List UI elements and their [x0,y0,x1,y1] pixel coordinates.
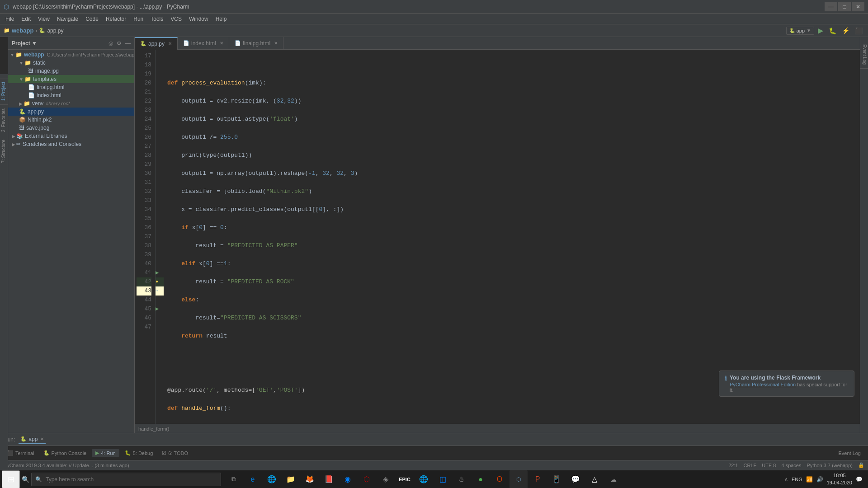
navbar-file[interactable]: app.py [47,28,63,34]
search-button[interactable]: 🔍 [20,474,31,485]
edge-icon[interactable]: e [244,470,262,488]
settings-icon[interactable]: ⚙ [117,40,122,47]
tree-item-scratches[interactable]: ▶ ✏ Scratches and Consoles [8,140,134,148]
minimize-panel-icon[interactable]: — [125,40,131,47]
run-button[interactable]: ▶ [816,25,825,36]
taskview-button[interactable]: ⧉ [225,470,243,488]
line-ending[interactable]: CRLF [744,463,757,468]
stop-button[interactable]: ⬛ [853,26,864,35]
tree-item-app-py[interactable]: 🐍 app.py [8,108,134,116]
firefox-icon[interactable]: 🦊 [301,470,319,488]
pycharm-icon[interactable]: ⬡ [509,470,528,488]
project-panel-icons[interactable]: ◎ ⚙ — [108,40,131,47]
window-controls[interactable]: — □ ✕ [825,2,864,11]
menu-help[interactable]: Help [212,15,231,23]
notification-icon[interactable]: 💬 [856,476,863,483]
code-line: else: [167,296,856,305]
right-panel-tab[interactable]: Event Log [860,41,868,69]
maximize-button[interactable]: □ [838,2,851,11]
favorites-panel-tab[interactable]: 2: Favorites [0,104,8,136]
menu-view[interactable]: View [34,15,53,23]
tab-close-icon[interactable]: ✕ [168,41,172,46]
search-box[interactable]: 🔍 [31,473,221,486]
app8-icon[interactable]: ◈ [377,470,395,488]
menu-code[interactable]: Code [82,15,102,23]
app6-icon[interactable]: ◉ [339,470,357,488]
folder-icon-taskbar[interactable]: 📁 [282,470,300,488]
tree-item-finalpg-html[interactable]: 📄 finalpg.html [8,83,134,91]
tree-item-nithin-pk2[interactable]: 📦 Nithin.pk2 [8,116,134,124]
locate-icon[interactable]: ◎ [108,40,113,47]
steam-icon[interactable]: ♨ [453,470,471,488]
code-editor[interactable]: 1718192021 2223242526 2728293031 3233343… [135,50,860,424]
office-icon[interactable]: O [491,470,509,488]
tree-item-image-jpg[interactable]: 🖼 image.jpg [8,67,134,75]
debug-button[interactable]: 🐛 [827,26,838,35]
code-content[interactable]: def process_evaluation(imk): output1 = c… [164,50,860,424]
menu-window[interactable]: Window [185,15,212,23]
menu-vcs[interactable]: VCS [167,15,185,23]
tree-item-static[interactable]: ▼ 📁 static [8,59,134,67]
menu-tools[interactable]: Tools [147,15,167,23]
event-log-button[interactable]: Event Log [835,450,864,457]
powerpoint-icon[interactable]: P [528,470,547,488]
todo-button[interactable]: ☑ 6: TODO [158,449,192,457]
tab-finalpg-html[interactable]: 📄 finalpg.html ✕ [229,37,283,50]
structure-panel-tab[interactable]: 7: Structure [0,136,8,167]
start-button[interactable]: ⊞ [2,470,20,488]
ie-icon[interactable]: 🌐 [263,470,281,488]
tree-item-venv[interactable]: ▶ 📁 venv library root [8,99,134,108]
minimize-button[interactable]: — [825,2,837,11]
tree-item-webapp[interactable]: ▼ 📁 webapp C:\Users\nithin\PycharmProjec… [8,51,134,59]
navbar-project[interactable]: webapp [12,27,33,34]
search-input[interactable] [46,476,217,483]
menu-refactor[interactable]: Refactor [102,15,130,23]
app18-icon[interactable]: ☁ [604,470,623,488]
run-tab[interactable]: 🐍 app ✕ [19,435,46,444]
up-arrow-icon[interactable]: ∧ [784,476,788,482]
lang-indicator[interactable]: ENG [792,477,802,482]
run-gutter-icon-2[interactable]: ▶ [156,305,159,314]
app15-icon[interactable]: 📱 [547,470,566,488]
tree-item-save-jpeg[interactable]: 🖼 save.jpeg [8,124,134,132]
run-gutter-icon[interactable]: ▶ [156,268,159,277]
python-console-button[interactable]: 🐍 Python Console [40,449,90,457]
date-display: 19-04-2020 [827,479,852,486]
chrome-icon[interactable]: 🌐 [415,470,433,488]
tree-item-templates[interactable]: ▼ 📁 templates [8,75,134,83]
code-line: output1 = cv2.resize(imk, (32,32)) [167,97,856,106]
run-tool-button[interactable]: ▶ 4: Run [92,449,119,457]
app7-icon[interactable]: ⬡ [358,470,376,488]
menu-navigate[interactable]: Navigate [53,15,82,23]
pycharm-pro-link[interactable]: PyCharm Professional Edition [730,382,796,387]
cursor-position[interactable]: 22:1 [728,463,738,468]
app17-icon[interactable]: △ [585,470,604,488]
menu-run[interactable]: Run [130,15,147,23]
time-block[interactable]: 18:05 19-04-2020 [827,472,852,486]
app12-icon[interactable]: ● [472,470,490,488]
run-config-selector[interactable]: 🐍 app ▼ [786,27,814,35]
whatsapp-icon[interactable]: 💬 [566,470,585,488]
acrobat-icon[interactable]: 📕 [320,470,338,488]
tree-item-index-html[interactable]: 📄 index.html [8,91,134,99]
menu-edit[interactable]: Edit [18,15,34,23]
tab-close-icon[interactable]: ✕ [274,41,278,46]
coverage-button[interactable]: ⚡ [840,26,851,35]
epic-icon[interactable]: EPIC [396,470,414,488]
tab-app-py[interactable]: 🐍 app.py ✕ [135,37,178,50]
tab-index-html[interactable]: 📄 index.html ✕ [178,37,229,50]
close-button[interactable]: ✕ [852,2,864,11]
code-line: return result [167,332,856,341]
indent-setting[interactable]: 4 spaces [781,463,801,468]
tab-close-icon[interactable]: ✕ [220,41,223,46]
tree-item-external-libs[interactable]: ▶ 📚 External Libraries [8,132,134,140]
debug-tool-button[interactable]: 🐛 5: Debug [121,449,157,457]
app10-icon[interactable]: ◫ [434,470,452,488]
terminal-button[interactable]: ⬛ Terminal [4,449,38,457]
update-notification[interactable]: PyCharm 2019.3.4 available: // Update...… [4,463,129,468]
encoding[interactable]: UTF-8 [762,463,776,468]
menu-file[interactable]: File [2,15,18,23]
project-panel-tab[interactable]: 1: Project [0,78,8,104]
python-version[interactable]: Python 3.7 (webapp) [807,463,853,468]
run-tab-close[interactable]: ✕ [40,436,44,441]
